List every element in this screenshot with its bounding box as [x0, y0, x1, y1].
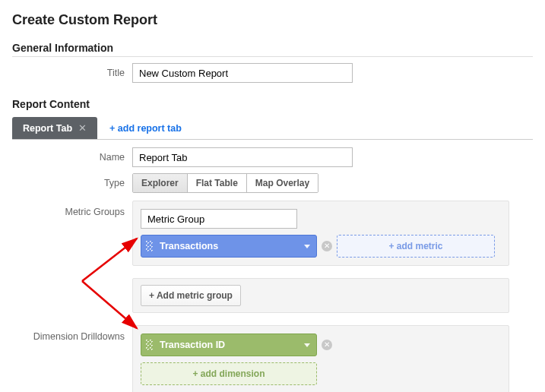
title-input[interactable]: [132, 63, 353, 83]
metric-group-name-input[interactable]: [141, 209, 297, 229]
remove-dimension-icon[interactable]: ✕: [322, 340, 332, 350]
report-tab-label: Report Tab: [23, 123, 72, 134]
dimension-pill-label: Transaction ID: [160, 340, 225, 350]
page-title: Create Custom Report: [12, 12, 533, 28]
report-tab-active[interactable]: Report Tab ✕: [12, 117, 97, 139]
metric-pill-label: Transactions: [160, 241, 218, 251]
add-report-tab-link[interactable]: + add report tab: [109, 123, 182, 134]
type-toggle: Explorer Flat Table Map Overlay: [132, 173, 318, 193]
section-report-content: Report Content: [12, 98, 533, 112]
add-metric-button[interactable]: + add metric: [337, 235, 495, 258]
metric-groups-label: Metric Groups: [12, 201, 132, 217]
dimension-pill-transaction-id[interactable]: Transaction ID: [141, 334, 317, 356]
section-general-info: General Information: [12, 42, 533, 57]
type-option-map-overlay[interactable]: Map Overlay: [247, 174, 318, 192]
drag-handle-icon[interactable]: [146, 241, 154, 251]
title-label: Title: [12, 68, 132, 78]
remove-metric-icon[interactable]: ✕: [322, 241, 332, 251]
name-label: Name: [12, 152, 132, 163]
dimension-drilldowns-panel: Transaction ID ✕ + add dimension: [132, 325, 509, 392]
type-option-flat-table[interactable]: Flat Table: [188, 174, 247, 192]
dimension-drilldowns-label: Dimension Drilldowns: [12, 325, 132, 342]
metric-groups-panel: Transactions ✕ + add metric: [132, 201, 509, 266]
chevron-down-icon[interactable]: [304, 245, 310, 248]
type-label: Type: [12, 178, 132, 188]
metric-pill-transactions[interactable]: Transactions: [141, 235, 317, 258]
close-icon[interactable]: ✕: [78, 122, 87, 134]
drag-handle-icon[interactable]: [146, 340, 154, 350]
add-metric-group-panel: + Add metric group: [132, 278, 509, 313]
add-metric-group-button[interactable]: + Add metric group: [141, 285, 241, 306]
name-input[interactable]: [132, 147, 353, 167]
add-dimension-button[interactable]: + add dimension: [141, 362, 317, 385]
type-option-explorer[interactable]: Explorer: [133, 174, 188, 192]
chevron-down-icon[interactable]: [304, 343, 310, 347]
